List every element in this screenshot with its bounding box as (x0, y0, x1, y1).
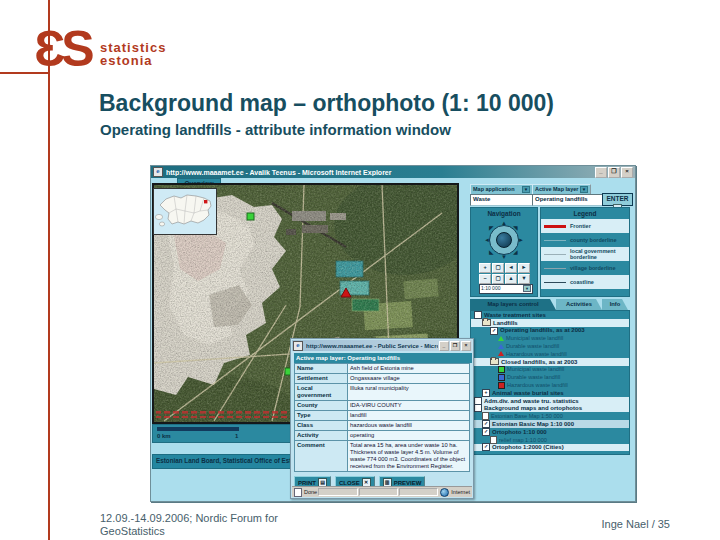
pan-tool-button[interactable]: ▢ (492, 263, 504, 273)
popup-maximize-button[interactable]: ❐ (450, 341, 460, 351)
layer-label[interactable]: Hazardous waste landfill (506, 351, 567, 357)
layer-checkbox[interactable] (474, 404, 482, 412)
layer-tree-row[interactable]: ✓Estonian Basic Map 1:10 000 (471, 420, 629, 428)
triangle-symbol-icon (498, 344, 504, 349)
move-down-tool-button[interactable]: ▼ (518, 274, 530, 284)
attribute-label: Class (295, 421, 348, 430)
layer-label[interactable]: Operating landfills, as at 2003 (500, 327, 585, 333)
layer-label[interactable]: Municipal waste landfill (507, 366, 564, 372)
map-application-value[interactable]: Waste (470, 194, 533, 206)
layer-tree-row[interactable]: Hazardous waste landfill (471, 381, 629, 389)
logo-text-line2: estonia (100, 53, 153, 68)
popup-title-bar[interactable]: e http://www.maaamet.ee - Public Service… (292, 340, 472, 351)
layer-tree-row[interactable]: Municipal waste landfill (471, 334, 629, 342)
overview-inset-map[interactable] (153, 188, 217, 235)
pan-southwest-arrow[interactable]: ◣ (489, 249, 494, 255)
layer-label[interactable]: Municipal waste landfill (506, 335, 563, 341)
tab-info[interactable]: Info (602, 299, 628, 310)
layer-tree-row[interactable]: Adm.div. and waste tru. statistics (471, 397, 629, 405)
layer-tree-row[interactable]: Estonian Base Map 1:50 000 (471, 412, 629, 420)
layer-label[interactable]: Adm.div. and waste tru. statistics (484, 398, 579, 404)
footer-line2: GeoStatistics (100, 525, 278, 538)
layer-checkbox[interactable]: ✓ (482, 428, 490, 436)
square-symbol-icon (498, 374, 505, 381)
attribute-info-window: e http://www.maaamet.ee - Public Service… (290, 338, 474, 499)
operating-landfill-marker[interactable] (247, 213, 254, 220)
layer-label[interactable]: Estonian Base Map 1:50 000 (491, 413, 563, 419)
minimize-button[interactable]: _ (595, 167, 607, 178)
legend-item-label: local government borderline (570, 248, 626, 260)
tab-activities[interactable]: Activities (556, 299, 602, 310)
layer-label[interactable]: Estonian Basic Map 1:10 000 (492, 421, 574, 427)
layer-checkbox[interactable] (474, 397, 482, 405)
scale-select[interactable]: 1:10 000 ▼ (479, 284, 533, 294)
layer-checkbox[interactable] (474, 311, 482, 319)
full-extent-tool-button[interactable]: ▢ (492, 274, 504, 284)
layer-tree-row[interactable]: Background maps and ortophotos (471, 405, 629, 413)
attribute-value: Ash field of Estonia mine (348, 364, 469, 373)
move-right-tool-button[interactable]: ► (518, 263, 530, 273)
layer-tree-row[interactable]: Municipal waste landfill (471, 366, 629, 374)
pan-northwest-arrow[interactable]: ◤ (489, 225, 494, 231)
layer-label[interactable]: Animal waste burial sites (492, 390, 564, 396)
layer-checkbox[interactable]: ✓ (490, 327, 498, 335)
expand-plus-icon[interactable]: + (482, 389, 490, 397)
layer-tree-row[interactable]: Durable waste landfill (471, 373, 629, 381)
maximize-button[interactable]: ❐ (608, 167, 620, 178)
layer-tree-row[interactable]: Waste treatment sites (471, 311, 629, 319)
layer-label[interactable]: Ortophoto 1:10 000 (492, 429, 547, 435)
zoom-out-tool-button[interactable]: − (479, 274, 491, 284)
layer-label[interactable]: Background maps and ortophotos (484, 405, 582, 411)
layer-tree-row[interactable]: Closed landfills, as at 2003 (471, 358, 629, 366)
triangle-symbol-icon (498, 351, 504, 356)
close-button[interactable]: × (621, 167, 633, 178)
layer-checkbox[interactable]: ✓ (482, 443, 490, 451)
zoom-in-tool-button[interactable]: + (479, 263, 491, 273)
legend-panel: Legend Frontiercounty borderlinelocal go… (540, 207, 630, 297)
pan-north-arrow[interactable]: ▲ (501, 220, 507, 226)
document-icon (482, 412, 489, 420)
layer-tree-row[interactable]: Landfills (471, 319, 629, 327)
layer-tree-row[interactable]: +Animal waste burial sites (471, 389, 629, 397)
layer-label[interactable]: Ortophoto 1:2000 (Cities) (492, 444, 564, 450)
tab-map-layers-control[interactable]: Map layers control (470, 299, 556, 310)
ie-icon: e (153, 167, 163, 177)
ie-browser-window: e http://www.maaamet.ee - Avalik Teenus … (150, 165, 636, 502)
move-up-tool-button[interactable]: ▲ (505, 274, 517, 284)
layer-tree-row[interactable]: relief map 1:10 000 (471, 436, 629, 444)
attribute-row: SettlementOngassaare village (295, 374, 469, 384)
move-left-tool-button[interactable]: ◄ (505, 263, 517, 273)
dropdown-arrow-icon[interactable]: ▼ (580, 186, 588, 193)
pan-west-arrow[interactable]: ◄ (484, 237, 490, 243)
layer-tree-row[interactable]: Durable waste landfill (471, 342, 629, 350)
compass-globe-icon[interactable] (496, 232, 512, 248)
left-rule-line (48, 0, 50, 540)
layer-label[interactable]: Waste treatment sites (484, 312, 546, 318)
layer-label[interactable]: Landfills (493, 320, 518, 326)
layer-label[interactable]: Hazardous waste landfill (507, 382, 568, 388)
pan-northeast-arrow[interactable]: ◥ (513, 225, 518, 231)
pan-southeast-arrow[interactable]: ◢ (513, 249, 518, 255)
layer-tree-row[interactable]: ✓Ortophoto 1:10 000 (471, 428, 629, 436)
popup-minimize-button[interactable]: _ (439, 341, 449, 351)
layer-checkbox[interactable]: ✓ (482, 420, 490, 428)
layer-label[interactable]: Durable waste landfill (506, 343, 559, 349)
dropdown-arrow-icon[interactable]: ▼ (523, 285, 531, 292)
layer-label[interactable]: Closed landfills, as at 2003 (501, 359, 577, 365)
navigation-compass[interactable]: ▲ ▼ ◄ ► ◤ ◥ ◣ ◢ (485, 221, 523, 259)
layer-label[interactable]: Durable waste landfill (507, 374, 560, 380)
layer-tree-row[interactable]: ✓Operating landfills, as at 2003 (471, 327, 629, 335)
dropdown-arrow-icon[interactable]: ▼ (522, 186, 530, 193)
layer-label[interactable]: relief map 1:10 000 (499, 437, 547, 443)
popup-close-button[interactable]: × (461, 341, 471, 351)
status-done-text: Done (304, 489, 317, 495)
footer-line1: 12.09.-14.09.2006; Nordic Forum for (100, 512, 278, 525)
layer-tree-row[interactable]: ✓Ortophoto 1:2000 (Cities) (471, 444, 629, 452)
browser-title-bar[interactable]: e http://www.maaamet.ee - Avalik Teenus … (151, 166, 635, 178)
active-layer-value[interactable]: Operating landfills (532, 194, 604, 206)
enter-button[interactable]: ENTER → (602, 193, 633, 206)
browser-title-text: http://www.maaamet.ee - Avalik Teenus - … (166, 169, 594, 176)
pan-south-arrow[interactable]: ▼ (501, 254, 507, 260)
active-layer-label: Active Map layer (535, 186, 578, 192)
pan-east-arrow[interactable]: ► (518, 237, 524, 243)
